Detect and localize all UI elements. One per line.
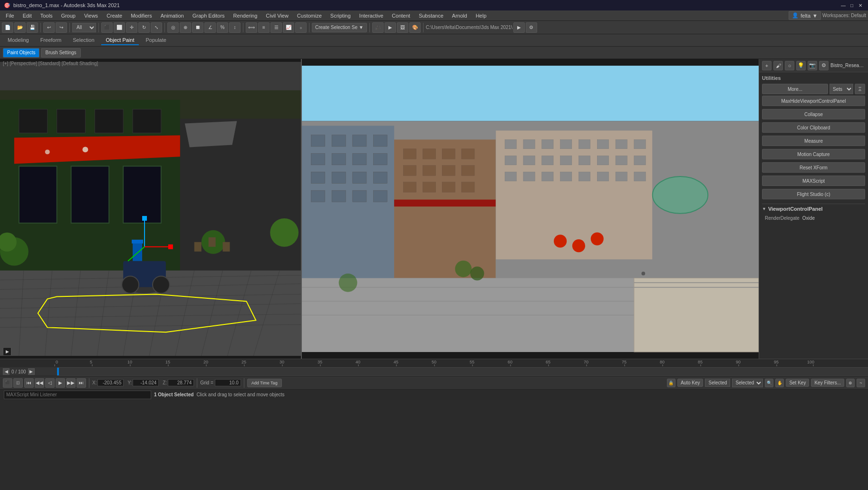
maxscript-mini-listener[interactable] xyxy=(4,391,151,399)
path-settings-btn[interactable]: ⚙ xyxy=(526,22,537,33)
select-obj-btn[interactable]: ⬛ xyxy=(101,22,113,33)
menu-civil-view[interactable]: Civil View xyxy=(262,12,292,20)
key-filters-btn[interactable]: Key Filters... xyxy=(811,379,844,387)
save-btn[interactable]: 💾 xyxy=(27,22,38,33)
minimize-button[interactable]: — xyxy=(839,1,847,9)
viewport-btn-1[interactable]: ⬛ xyxy=(3,378,12,388)
tab-populate[interactable]: Populate xyxy=(141,36,171,45)
motion-capture-btn[interactable]: Motion Capture xyxy=(762,149,865,159)
play-back-btn[interactable]: ◁ xyxy=(45,378,55,388)
sets-dropdown[interactable]: Sets xyxy=(829,84,853,94)
frame-prev-btn[interactable]: ◀ xyxy=(3,368,10,375)
snap-toggle[interactable]: 🔲 xyxy=(192,22,203,33)
menu-arnold[interactable]: Arnold xyxy=(448,12,471,20)
tab-selection[interactable]: Selection xyxy=(68,36,99,45)
percent-snap[interactable]: % xyxy=(217,22,228,33)
subtab-brush-settings[interactable]: Brush Settings xyxy=(41,48,80,58)
auto-key-btn[interactable]: Auto Key xyxy=(677,379,704,387)
menu-graph-editors[interactable]: Graph Editors xyxy=(189,12,229,20)
menu-scripting[interactable]: Scripting xyxy=(327,12,355,20)
selected-badge[interactable]: Selected xyxy=(705,379,730,387)
menu-views[interactable]: Views xyxy=(80,12,102,20)
play-btn[interactable]: ▶ xyxy=(56,378,65,388)
scale-btn[interactable]: ⤡ xyxy=(151,22,162,33)
key-mode-btn[interactable]: ⊕ xyxy=(846,379,855,387)
tab-object-paint[interactable]: Object Paint xyxy=(101,36,139,45)
color-clipboard-btn[interactable]: Color Clipboard xyxy=(762,122,865,133)
menu-content[interactable]: Content xyxy=(388,12,414,20)
viewport-btn-2[interactable]: ◫ xyxy=(13,378,23,388)
mirror-btn[interactable]: ⟺ xyxy=(246,22,257,33)
panel-plus-btn[interactable]: + xyxy=(762,61,772,70)
time-cursor[interactable] xyxy=(57,368,59,375)
render-setup-btn[interactable]: 🎥 xyxy=(372,22,384,33)
tab-modeling[interactable]: Modeling xyxy=(3,36,34,45)
pan-btn[interactable]: ✋ xyxy=(775,379,784,387)
frame-next-btn[interactable]: ▶ xyxy=(28,368,35,375)
tab-freeform[interactable]: Freeform xyxy=(36,36,67,45)
maximize-button[interactable]: □ xyxy=(848,1,856,9)
panel-sphere-btn[interactable]: ○ xyxy=(785,61,794,70)
reset-xform-btn[interactable]: Reset XForm xyxy=(762,162,865,173)
ref-coord-btn[interactable]: ◎ xyxy=(167,22,179,33)
selected-dropdown[interactable]: Selected xyxy=(732,379,763,387)
viewport-left[interactable]: [+] [Perspective] [Standard] [Default Sh… xyxy=(0,59,302,359)
user-display[interactable]: 👤 felta ▼ xyxy=(789,11,821,20)
time-slider[interactable] xyxy=(57,368,868,375)
menu-interactive[interactable]: Interactive xyxy=(356,12,387,20)
open-btn[interactable]: 📂 xyxy=(14,22,26,33)
maxscript-btn[interactable]: MAXScript xyxy=(762,176,865,186)
viewport-right[interactable] xyxy=(302,59,759,359)
more-btn[interactable]: More... xyxy=(762,84,828,94)
viewport-control-panel-section[interactable]: ▼ ViewportControlPanel xyxy=(762,204,865,214)
undo-btn[interactable]: ↩ xyxy=(43,22,55,33)
redo-btn[interactable]: ↪ xyxy=(56,22,67,33)
collapse-btn[interactable]: Collapse xyxy=(762,109,865,119)
io-btn[interactable]: Ξ xyxy=(855,84,865,94)
panel-light-btn[interactable]: 💡 xyxy=(796,61,806,70)
menu-help[interactable]: Help xyxy=(472,12,491,20)
menu-file[interactable]: File xyxy=(2,12,18,20)
menu-create[interactable]: Create xyxy=(103,12,126,20)
menu-substance[interactable]: Substance xyxy=(415,12,447,20)
spinner-snap[interactable]: ↕ xyxy=(229,22,241,33)
path-browse-btn[interactable]: ▶ xyxy=(513,22,525,33)
select-filter[interactable]: All xyxy=(72,23,96,32)
lock-btn[interactable]: 🔒 xyxy=(667,379,675,387)
measure-btn[interactable]: Measure xyxy=(762,136,865,146)
viewport-play-btn[interactable]: ▶ xyxy=(3,347,11,356)
curve-btn[interactable]: ~ xyxy=(857,379,865,387)
panel-gear-btn[interactable]: ⚙ xyxy=(819,61,829,70)
render-btn[interactable]: ▶ xyxy=(385,22,396,33)
angle-snap[interactable]: ∠ xyxy=(204,22,216,33)
close-button[interactable]: ✕ xyxy=(857,1,864,9)
menu-tools[interactable]: Tools xyxy=(37,12,57,20)
align-btn[interactable]: ≡ xyxy=(258,22,270,33)
menu-modifiers[interactable]: Modifiers xyxy=(127,12,156,20)
rotate-btn[interactable]: ↻ xyxy=(138,22,150,33)
schematic-btn[interactable]: ⬦ xyxy=(295,22,307,33)
next-frame-btn[interactable]: ▶▶ xyxy=(66,378,76,388)
subtab-paint-objects[interactable]: Paint Objects xyxy=(3,48,39,58)
add-time-tag-btn[interactable]: Add Time Tag xyxy=(247,379,282,387)
panel-paint-btn[interactable]: 🖌 xyxy=(773,61,783,70)
curve-editor-btn[interactable]: 📈 xyxy=(283,22,294,33)
move-btn[interactable]: ✛ xyxy=(126,22,137,33)
flight-studio-btn[interactable]: Flight Studio (c) xyxy=(762,189,865,199)
panel-camera-btn[interactable]: 📷 xyxy=(808,61,817,70)
menu-edit[interactable]: Edit xyxy=(19,12,36,20)
prev-frame-btn[interactable]: ◀◀ xyxy=(35,378,44,388)
layer-btn[interactable]: ☰ xyxy=(270,22,282,33)
render-frame-btn[interactable]: 🖼 xyxy=(397,22,408,33)
set-key-btn[interactable]: Set Key xyxy=(786,379,809,387)
new-btn[interactable]: 📄 xyxy=(2,22,13,33)
menu-customize[interactable]: Customize xyxy=(293,12,326,20)
maxhide-viewport-btn[interactable]: MaxHideViewportControlPanel xyxy=(762,96,865,106)
material-editor-btn[interactable]: 🎨 xyxy=(409,22,421,33)
menu-group[interactable]: Group xyxy=(57,12,79,20)
menu-rendering[interactable]: Rendering xyxy=(230,12,261,20)
select-region-btn[interactable]: ⬜ xyxy=(114,22,125,33)
pivot-btn[interactable]: ⊕ xyxy=(180,22,191,33)
goto-start-btn[interactable]: ⏮ xyxy=(24,378,34,388)
menu-animation[interactable]: Animation xyxy=(157,12,188,20)
